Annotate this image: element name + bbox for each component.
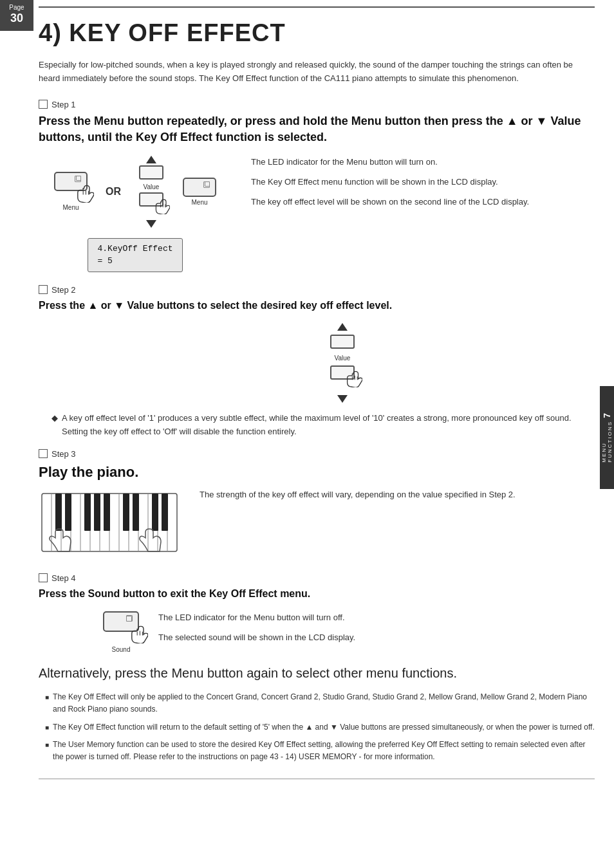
step2-arrow-down-icon xyxy=(337,395,348,403)
page-title: 4) KEY OFF EFFECT xyxy=(39,19,595,47)
chapter-label: MENUFUNCTIONS xyxy=(601,421,613,463)
step1-diagram: Menu OR Value xyxy=(39,156,595,272)
info-list: The Key Off Effect will only be applied … xyxy=(45,691,595,763)
step1-descriptions: The LED indicator for the Menu button wi… xyxy=(251,156,595,215)
value-label: Value xyxy=(144,183,160,190)
menu-button-right-shape xyxy=(183,178,216,197)
step2-label: Step 2 xyxy=(51,285,76,295)
step3-desc-text: The strength of the key off effect will … xyxy=(200,488,595,502)
info-item-3-text: The User Memory function can be used to … xyxy=(53,739,595,763)
menu-button-right-label: Menu xyxy=(191,199,207,206)
step4-checkbox xyxy=(39,573,48,582)
svg-rect-28 xyxy=(123,494,129,531)
step4-descriptions: The LED indicator for the Menu button wi… xyxy=(158,611,595,651)
hand-cursor-down-icon xyxy=(154,199,170,214)
step2-header: Step 2 xyxy=(39,285,595,295)
step1-header: Step 1 xyxy=(39,100,595,109)
info-item-3: The User Memory function can be used to … xyxy=(45,739,595,763)
step1-desc1: The LED indicator for the Menu button wi… xyxy=(251,156,595,169)
step3-left: Play the piano. xyxy=(39,463,180,563)
step4-header: Step 4 xyxy=(39,573,595,583)
svg-rect-29 xyxy=(133,494,139,531)
page-word: Page xyxy=(3,4,31,12)
step2-instruction: Press the ▲ or ▼ Value buttons to select… xyxy=(39,299,595,313)
step1-instruction: Press the Menu button repeatedly, or pre… xyxy=(39,113,595,145)
step4-instruction: Press the Sound button to exit the Key O… xyxy=(39,587,595,601)
sound-button-diagram: Sound xyxy=(103,611,139,653)
step2-value-diagram: Value xyxy=(90,323,595,403)
chapter-number: 7 xyxy=(602,413,612,418)
step4-diagram-row: Sound The LED indicator for the Menu but… xyxy=(39,611,595,653)
hand-cursor-icon xyxy=(76,185,94,203)
lcd-line1: 4.KeyOff Effect xyxy=(97,243,172,255)
bottom-rule xyxy=(39,779,595,779)
step3-instruction: Play the piano. xyxy=(39,463,180,483)
svg-rect-25 xyxy=(84,494,91,531)
menu-button-label: Menu xyxy=(62,204,79,211)
step3-desc: The strength of the key off effect will … xyxy=(200,463,595,508)
value-down-button xyxy=(139,192,163,207)
alternatively-text: Alternatively, press the Menu button aga… xyxy=(39,666,595,681)
sound-button-label: Sound xyxy=(112,646,131,653)
info-item-2-text: The Key Off Effect function will return … xyxy=(53,721,595,734)
piano-illustration xyxy=(39,490,180,563)
diamond-icon: ◆ xyxy=(51,412,58,439)
step1-buttons-diagram: Menu OR Value xyxy=(39,156,232,272)
svg-rect-24 xyxy=(65,494,71,531)
button-group: Menu OR Value xyxy=(54,156,216,228)
arrow-down-icon xyxy=(146,220,156,228)
intro-paragraph: Especially for low-pitched sounds, when … xyxy=(39,59,595,86)
bullet-note: ◆ A key off effect level of '1' produces… xyxy=(51,412,595,439)
lcd-line2: = 5 xyxy=(97,255,172,268)
step4-label: Step 4 xyxy=(51,573,76,583)
step2-hand-icon xyxy=(346,371,362,387)
step1-desc3: The key off effect level will be shown o… xyxy=(251,196,595,209)
chapter-sidebar: 7 MENUFUNCTIONS xyxy=(600,386,614,489)
value-up-button xyxy=(139,165,163,180)
arrow-up-icon xyxy=(146,156,156,163)
info-item-1-text: The Key Off Effect will only be applied … xyxy=(53,691,595,716)
page-number: 30 xyxy=(3,12,31,26)
svg-rect-23 xyxy=(55,494,62,531)
step1-desc2: The Key Off Effect menu function will be… xyxy=(251,176,595,189)
bullet-note-text: A key off effect level of '1' produces a… xyxy=(62,412,595,439)
menu-btn-right-illus: Menu xyxy=(183,178,216,206)
step2-value-label: Value xyxy=(335,355,351,362)
step3-label: Step 3 xyxy=(51,449,76,459)
svg-rect-30 xyxy=(152,494,158,531)
svg-rect-31 xyxy=(162,494,168,531)
step3-header: Step 3 xyxy=(39,449,595,459)
step1-checkbox xyxy=(39,100,48,109)
step2-checkbox xyxy=(39,285,48,294)
step4-desc1: The LED indicator for the Menu button wi… xyxy=(158,611,595,625)
step3-diagram-row: Play the piano. xyxy=(39,463,595,563)
info-item-2: The Key Off Effect function will return … xyxy=(45,721,595,734)
step3-checkbox xyxy=(39,449,48,458)
lcd-display: 4.KeyOff Effect = 5 xyxy=(88,238,182,272)
step4-desc2: The selected sound will be shown in the … xyxy=(158,631,595,645)
svg-rect-26 xyxy=(94,494,100,531)
piano-svg xyxy=(39,490,180,561)
step4-section: Step 4 Press the Sound button to exit th… xyxy=(39,573,595,653)
sound-hand-icon xyxy=(130,625,148,643)
value-buttons-group: Value xyxy=(139,156,163,228)
page-tab: Page 30 xyxy=(0,0,33,31)
or-separator: OR xyxy=(106,186,121,198)
step2-value-up-button xyxy=(330,335,355,349)
top-rule xyxy=(39,6,595,8)
step1-label: Step 1 xyxy=(51,100,76,109)
info-item-1: The Key Off Effect will only be applied … xyxy=(45,691,595,716)
main-content: 4) KEY OFF EFFECT Especially for low-pit… xyxy=(39,0,595,779)
step3-section: Step 3 Play the piano. xyxy=(39,449,595,563)
step2-section: Step 2 Press the ▲ or ▼ Value buttons to… xyxy=(39,285,595,403)
menu-btn-illus: Menu xyxy=(54,172,88,211)
step1-section: Step 1 Press the Menu button repeatedly,… xyxy=(39,100,595,272)
step2-value-down-button xyxy=(330,365,355,380)
svg-rect-27 xyxy=(104,494,110,531)
step2-arrow-up-icon xyxy=(337,323,348,331)
